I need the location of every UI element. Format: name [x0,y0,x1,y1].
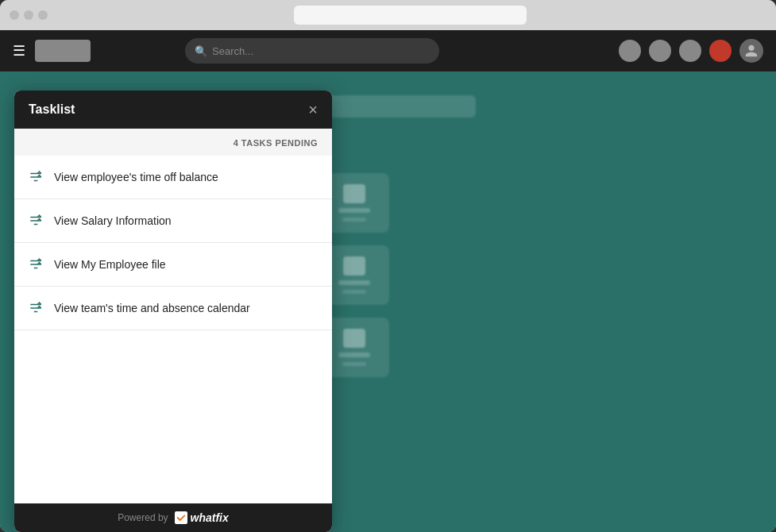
dot-maximize[interactable] [38,10,48,20]
task-label-1: View employee's time off balance [54,171,218,183]
bg-card-line [338,208,370,213]
task-step-icon-2 [29,214,43,228]
browser-window: ☰ 🔍 Search... [0,0,776,532]
app-logo [35,40,91,62]
task-step-icon-4 [29,301,43,315]
powered-by-text: Powered by [118,512,168,523]
search-placeholder-text: Search... [212,45,253,57]
tasklist-panel: Tasklist × 4 TASKS PENDING [14,91,332,532]
whatfix-brand-text: whatfix [191,511,229,524]
browser-dots [10,10,48,20]
bg-card-line2 [342,218,366,222]
task-item-2[interactable]: View Salary Information [14,199,332,243]
tasklist-pending-bar: 4 TASKS PENDING [14,129,332,156]
tasklist-title: Tasklist [29,102,75,117]
bg-card-line [338,280,370,285]
task-step-icon-1 [29,170,43,184]
task-step-icon-3 [29,257,43,272]
notification-icon[interactable] [709,40,732,62]
nav-right-icons [619,39,763,63]
bg-card-line2 [342,362,366,366]
tasklist-header: Tasklist × [14,91,332,129]
task-label-3: View My Employee file [54,258,166,271]
bg-card-line2 [342,290,366,294]
bg-card-icon [343,256,365,276]
app-navbar: ☰ 🔍 Search... [0,30,776,71]
pending-count-label: 4 TASKS PENDING [234,138,318,148]
nav-icon-3[interactable] [679,40,701,62]
bg-card-line [338,353,370,357]
search-icon: 🔍 [195,45,207,57]
tasklist-items: View employee's time off balance View Sa… [14,156,332,503]
task-item-3[interactable]: View My Employee file [14,243,332,287]
hamburger-menu[interactable]: ☰ [13,42,25,60]
task-item-4[interactable]: View team's time and absence calendar [14,287,332,330]
bg-card-icon [343,329,365,348]
tasklist-footer: Powered by whatfix [14,503,332,532]
dot-minimize[interactable] [24,10,33,20]
app-content: Tasklist × 4 TASKS PENDING [0,71,776,532]
browser-content: ☰ 🔍 Search... [0,30,776,532]
tasklist-overlay: Tasklist × 4 TASKS PENDING [14,71,332,532]
tasklist-close-button[interactable]: × [308,102,318,118]
url-bar[interactable] [294,6,527,25]
whatfix-checkmark-icon [175,511,187,524]
nav-icon-2[interactable] [649,40,671,62]
browser-titlebar [0,0,776,30]
task-label-2: View Salary Information [54,214,172,227]
search-bar[interactable]: 🔍 Search... [185,38,439,64]
task-item-1[interactable]: View employee's time off balance [14,156,332,199]
dot-close[interactable] [10,10,19,20]
user-avatar[interactable] [739,39,763,63]
nav-icon-1[interactable] [619,40,641,62]
whatfix-logo: whatfix [175,511,229,524]
task-label-4: View team's time and absence calendar [54,302,250,314]
bg-card-icon [343,184,365,203]
